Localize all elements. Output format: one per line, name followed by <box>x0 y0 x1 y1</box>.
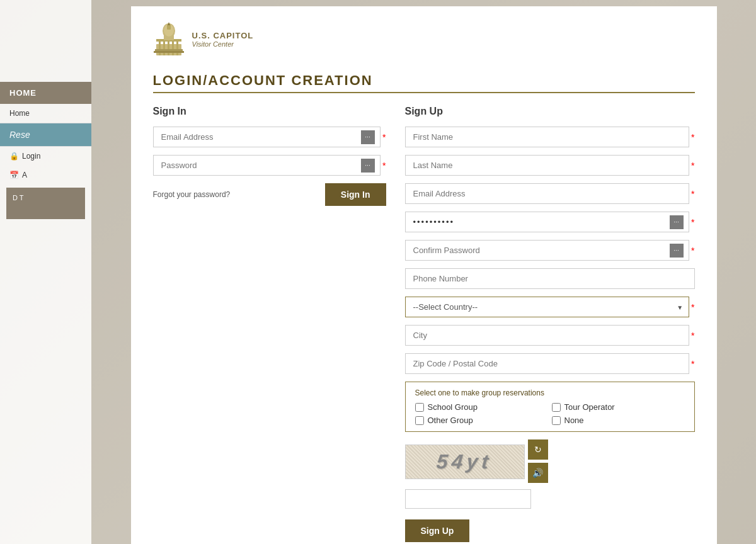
country-required: * <box>691 302 694 312</box>
signup-password-input[interactable] <box>405 212 690 232</box>
svg-rect-3 <box>168 41 169 55</box>
signin-column: Sign In ··· * ··· * Forgot your password… <box>153 106 386 542</box>
country-select[interactable]: --Select Country-- United States Canada … <box>405 297 690 317</box>
city-group: * <box>405 325 695 346</box>
last-name-input[interactable] <box>405 155 690 176</box>
signup-email-input[interactable] <box>405 183 690 204</box>
calendar-icon: 📅 <box>9 171 19 179</box>
sidebar-item-home-link[interactable]: Home <box>0 104 91 123</box>
tour-operator-label: Tour Operator <box>564 402 615 412</box>
captcha-input[interactable] <box>405 489 531 509</box>
svg-rect-7 <box>154 51 184 53</box>
none-option[interactable]: None <box>552 416 685 425</box>
password-required: * <box>382 161 386 171</box>
modal: U.S. CAPITOL Visitor Center LOGIN/ACCOUN… <box>131 6 717 544</box>
zip-input[interactable] <box>405 353 690 374</box>
first-name-required: * <box>691 132 694 142</box>
email-required: * <box>382 132 386 142</box>
captcha-text: 54yt <box>436 450 493 473</box>
group-box-legend: Select one to make group reservations <box>415 388 685 397</box>
signup-email-group: * <box>405 183 695 204</box>
signin-title: Sign In <box>153 106 386 117</box>
svg-rect-4 <box>172 41 174 55</box>
captcha-image: 54yt <box>405 445 525 479</box>
school-group-label: School Group <box>428 402 478 412</box>
first-name-input[interactable] <box>405 127 690 147</box>
signup-password-group: ··· * <box>405 212 695 232</box>
none-label: None <box>564 416 584 425</box>
password-icon[interactable]: ··· <box>361 159 375 173</box>
confirm-password-icon[interactable]: ··· <box>670 244 684 258</box>
other-group-label: Other Group <box>428 416 473 425</box>
sidebar-item-calendar[interactable]: 📅 A <box>0 166 91 184</box>
capitol-logo <box>153 22 185 57</box>
signin-password-group: ··· * <box>153 155 386 176</box>
main-content: U.S. CAPITOL Visitor Center LOGIN/ACCOUN… <box>91 0 756 544</box>
tour-operator-checkbox[interactable] <box>552 403 561 412</box>
svg-rect-2 <box>163 41 165 55</box>
svg-rect-12 <box>167 25 171 30</box>
svg-rect-5 <box>176 41 178 55</box>
group-reservations-box: Select one to make group reservations Sc… <box>405 382 695 432</box>
title-divider <box>153 92 695 93</box>
signin-email-input[interactable] <box>153 127 381 147</box>
page-title: LOGIN/ACCOUNT CREATION <box>153 72 695 89</box>
confirm-password-group: ··· * <box>405 240 695 261</box>
signin-actions: Forgot your password? Sign In <box>153 183 386 206</box>
captcha-refresh-button[interactable]: ↻ <box>528 439 548 460</box>
form-columns: Sign In ··· * ··· * Forgot your password… <box>153 106 695 542</box>
signup-password-required: * <box>691 217 694 227</box>
logo-area: U.S. CAPITOL Visitor Center <box>153 22 695 63</box>
country-group: --Select Country-- United States Canada … <box>405 297 695 317</box>
other-group-checkbox[interactable] <box>415 416 424 425</box>
captcha-audio-button[interactable]: 🔊 <box>528 463 548 483</box>
zip-required: * <box>691 359 694 369</box>
logo-subtitle: Visitor Center <box>192 40 254 48</box>
phone-input[interactable] <box>405 268 695 289</box>
city-required: * <box>691 331 694 341</box>
school-group-checkbox[interactable] <box>415 403 424 412</box>
email-icon[interactable]: ··· <box>361 130 375 144</box>
last-name-group: * <box>405 155 695 176</box>
none-checkbox[interactable] <box>552 416 561 425</box>
sidebar-item-home[interactable]: HOME <box>0 82 91 104</box>
captcha-buttons: ↻ 🔊 <box>528 439 548 484</box>
logo-title: U.S. CAPITOL <box>192 31 254 40</box>
sidebar-item-reservations[interactable]: Rese <box>0 123 91 147</box>
phone-group <box>405 268 695 289</box>
first-name-group: * <box>405 127 695 147</box>
signup-title: Sign Up <box>405 106 695 117</box>
confirm-password-input[interactable] <box>405 240 690 261</box>
school-group-option[interactable]: School Group <box>415 402 548 412</box>
lock-icon: 🔒 <box>9 152 19 161</box>
other-group-option[interactable]: Other Group <box>415 416 548 425</box>
signup-column: Sign Up * * * ··· * <box>405 106 695 542</box>
sidebar-dates-box: D T <box>6 188 85 219</box>
forgot-password-link[interactable]: Forgot your password? <box>153 190 231 199</box>
svg-rect-1 <box>159 41 161 55</box>
city-input[interactable] <box>405 325 690 346</box>
signin-email-group: ··· * <box>153 127 386 147</box>
svg-rect-6 <box>155 49 183 51</box>
sidebar: HOME Home Rese 🔒 Login 📅 A D T <box>0 0 91 544</box>
zip-group: * <box>405 353 695 374</box>
tour-operator-option[interactable]: Tour Operator <box>552 402 685 412</box>
logo-text: U.S. CAPITOL Visitor Center <box>192 31 254 48</box>
group-options: School Group Tour Operator Other Group <box>415 402 685 425</box>
signin-password-input[interactable] <box>153 155 381 176</box>
sidebar-item-login[interactable]: 🔒 Login <box>0 147 91 166</box>
signup-password-icon[interactable]: ··· <box>670 215 684 229</box>
signup-email-required: * <box>691 189 694 199</box>
captcha-area: 54yt ↻ 🔊 <box>405 439 695 509</box>
last-name-required: * <box>691 161 694 171</box>
signup-button[interactable]: Sign Up <box>405 519 470 542</box>
confirm-password-required: * <box>691 246 694 256</box>
captcha-image-row: 54yt ↻ 🔊 <box>405 439 695 484</box>
signin-button[interactable]: Sign In <box>325 183 386 206</box>
